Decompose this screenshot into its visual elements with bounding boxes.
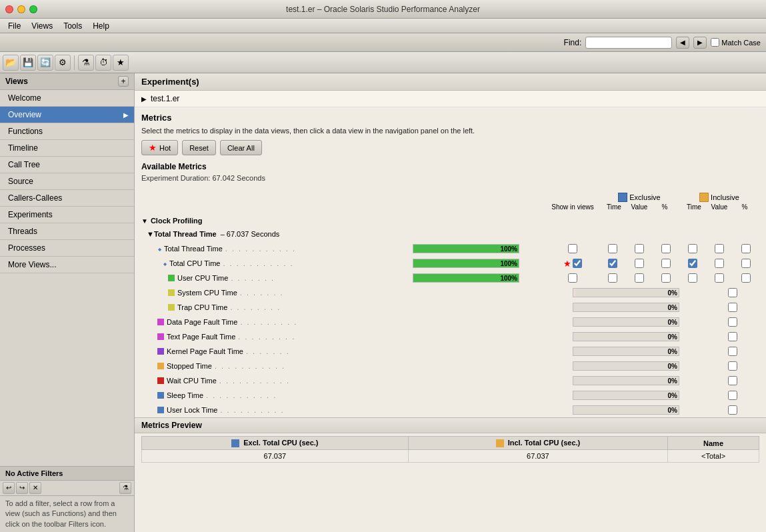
filter-redo-btn[interactable]: ↪: [16, 482, 28, 494]
sidebar-add-button[interactable]: +: [118, 76, 129, 87]
close-button[interactable]: [5, 5, 13, 13]
incl-time-2[interactable]: [688, 259, 697, 268]
excl-pct-2[interactable]: [661, 259, 671, 268]
incl-pct-2[interactable]: [741, 259, 751, 268]
excl-time-2[interactable]: [608, 259, 617, 268]
menu-file[interactable]: File: [3, 20, 26, 32]
system-cpu-color-box: [168, 289, 175, 296]
show-checkbox-2[interactable]: [573, 259, 582, 268]
metric-user-cpu-label-cell: User CPU Time . . . . . . .: [141, 274, 413, 282]
filter-funnel-btn[interactable]: ⚗: [119, 482, 131, 494]
toolbar-filter-btn[interactable]: ⚗: [78, 55, 94, 71]
show-checkbox-6[interactable]: [728, 317, 737, 327]
preview-table-row-1[interactable]: 67.037 67.037 <Total>: [142, 450, 759, 463]
metric-bar-bg-7: 0%: [573, 332, 679, 341]
match-case-label[interactable]: Match Case: [711, 38, 761, 47]
match-case-checkbox[interactable]: [711, 38, 719, 47]
metric-row-data-page-fault[interactable]: Data Page Fault Time . . . . . . . . . 0…: [141, 315, 759, 329]
metric-bar-bg-10: 0%: [573, 376, 679, 385]
metric-bar-bg-3: 100%: [413, 273, 519, 283]
minimize-button[interactable]: [17, 5, 25, 13]
show-checkbox-1[interactable]: [568, 244, 577, 253]
total-thread-time-row[interactable]: ▼ Total Thread Time – 67.037 Seconds: [141, 227, 759, 241]
filter-undo-btn[interactable]: ↩: [3, 482, 15, 494]
clear-all-button[interactable]: Clear All: [220, 140, 262, 155]
incl-cells-2: [679, 259, 759, 268]
reset-button[interactable]: Reset: [182, 140, 216, 155]
metric-bar-fill-4: [573, 289, 575, 297]
find-prev-button[interactable]: ◀: [676, 37, 689, 49]
incl-val-2[interactable]: [715, 259, 724, 268]
sidebar-item-processes[interactable]: Processes: [0, 240, 134, 257]
sidebar-item-threads[interactable]: Threads: [0, 223, 134, 240]
sidebar-item-welcome[interactable]: Welcome: [0, 90, 134, 107]
find-input[interactable]: [585, 37, 672, 49]
excl-val-3[interactable]: [635, 273, 644, 283]
show-checkbox-8[interactable]: [728, 347, 737, 356]
metric-row-stopped-time[interactable]: Stopped Time . . . . . . . . . . . 0%: [141, 359, 759, 373]
sidebar-item-more-views[interactable]: More Views...: [0, 257, 134, 273]
excl-pct-3[interactable]: [661, 273, 671, 283]
excl-val-2[interactable]: [635, 259, 644, 268]
incl-val-3[interactable]: [715, 273, 724, 283]
metric-row-user-lock-time[interactable]: User Lock Time . . . . . . . . . . 0%: [141, 403, 759, 417]
excl-val-1[interactable]: [635, 244, 644, 253]
menu-help[interactable]: Help: [87, 20, 115, 32]
menu-tools[interactable]: Tools: [58, 20, 87, 32]
clock-profiling-row[interactable]: ▼ Clock Profiling: [141, 215, 759, 227]
metric-row-user-cpu-time[interactable]: User CPU Time . . . . . . . 100%: [141, 271, 759, 285]
toolbar-open-btn[interactable]: 📂: [3, 55, 19, 71]
toolbar-clock-btn[interactable]: ⏱: [95, 55, 111, 71]
show-checkbox-7[interactable]: [728, 332, 737, 341]
metric-row-sleep-time[interactable]: Sleep Time . . . . . . . . . . . 0%: [141, 388, 759, 403]
sidebar-item-callers-callees[interactable]: Callers-Callees: [0, 190, 134, 207]
show-checkbox-cell-9: [706, 361, 759, 371]
sidebar-item-welcome-label: Welcome: [8, 93, 41, 103]
sidebar-item-calltree[interactable]: Call Tree: [0, 157, 134, 173]
metric-row-total-thread-time[interactable]: ⬥ Total Thread Time . . . . . . . . . . …: [141, 241, 759, 256]
hot-button[interactable]: ★ Hot: [141, 140, 178, 155]
metric-row-wait-cpu-time[interactable]: Wait CPU Time . . . . . . . . . . . 0%: [141, 373, 759, 388]
incl-pct-3[interactable]: [741, 273, 751, 283]
incl-time-3[interactable]: [688, 273, 697, 283]
show-checkbox-cell-4: [706, 288, 759, 297]
metric-row-text-page-fault[interactable]: Text Page Fault Time . . . . . . . . . 0…: [141, 329, 759, 344]
sidebar-item-functions[interactable]: Functions: [0, 123, 134, 140]
metric-row-trap-cpu-time[interactable]: Trap CPU Time . . . . . . . . 0%: [141, 300, 759, 315]
toolbar: 📂 💾 🔄 ⚙ ⚗ ⏱ ★: [0, 52, 766, 73]
toolbar-save-btn[interactable]: 💾: [20, 55, 36, 71]
metric-row-total-cpu-time[interactable]: ⬥ Total CPU Time . . . . . . . . . . . 1…: [141, 256, 759, 271]
show-checkbox-3[interactable]: [568, 273, 577, 283]
show-checkbox-10[interactable]: [728, 376, 737, 385]
incl-time-1[interactable]: [688, 244, 697, 253]
metric-row-kernel-page-fault[interactable]: Kernel Page Fault Time . . . . . . . 0%: [141, 344, 759, 359]
excl-pct-1[interactable]: [661, 244, 671, 253]
maximize-button[interactable]: [29, 5, 37, 13]
show-checkbox-cell-3: [546, 273, 599, 283]
experiment-row[interactable]: ▶ test.1.er: [135, 91, 766, 107]
show-checkbox-cell-6: [706, 317, 759, 327]
show-checkbox-4[interactable]: [728, 288, 737, 297]
incl-val-1[interactable]: [715, 244, 724, 253]
inclusive-sub-cols: Time Value %: [684, 203, 755, 211]
excl-time-1[interactable]: [608, 244, 617, 253]
sidebar-item-experiments[interactable]: Experiments: [0, 207, 134, 223]
toolbar-star-btn[interactable]: ★: [113, 55, 129, 71]
incl-pct-1[interactable]: [741, 244, 751, 253]
menu-views[interactable]: Views: [26, 20, 58, 32]
sidebar-item-overview[interactable]: Overview ▶: [0, 107, 134, 123]
sidebar-item-source[interactable]: Source: [0, 173, 134, 190]
find-next-button[interactable]: ▶: [693, 37, 707, 49]
filter-delete-btn[interactable]: ✕: [29, 482, 41, 494]
metric-dots-11: . . . . . . . . . . .: [206, 391, 277, 399]
metric-dots-8: . . . . . . .: [246, 347, 290, 355]
show-checkbox-5[interactable]: [728, 303, 737, 312]
toolbar-settings-btn[interactable]: ⚙: [55, 55, 71, 71]
sidebar-item-timeline[interactable]: Timeline: [0, 140, 134, 157]
show-checkbox-12[interactable]: [728, 405, 737, 415]
toolbar-refresh-btn[interactable]: 🔄: [37, 55, 53, 71]
metric-row-system-cpu-time[interactable]: System CPU Time . . . . . . . 0%: [141, 285, 759, 300]
show-checkbox-9[interactable]: [728, 361, 737, 371]
show-checkbox-11[interactable]: [728, 391, 737, 400]
excl-time-3[interactable]: [608, 273, 617, 283]
